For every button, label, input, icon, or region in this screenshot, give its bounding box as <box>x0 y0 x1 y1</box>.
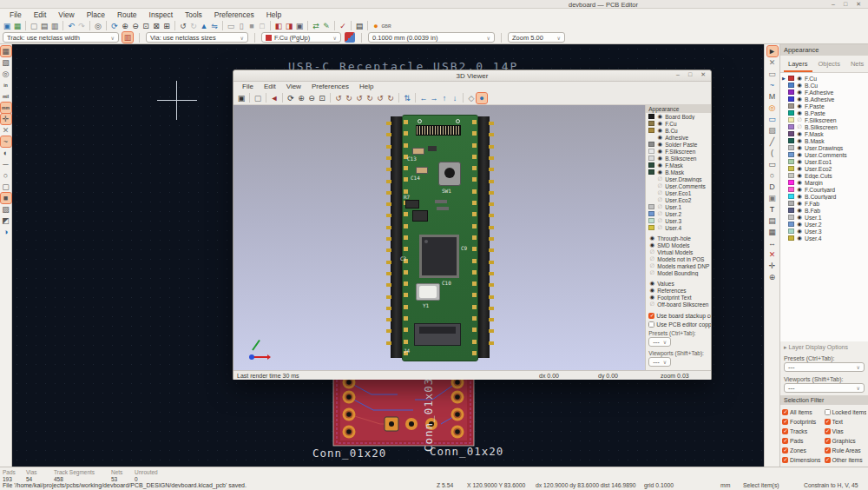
layer-row-footprint-text[interactable]: ◉Footprint Text <box>646 294 711 301</box>
layer-color-swatch[interactable] <box>788 173 794 178</box>
layer-color-swatch[interactable] <box>648 225 654 230</box>
visibility-eye-off-icon[interactable]: ∅ <box>656 203 663 210</box>
visibility-eye-icon[interactable]: ◉ <box>796 96 803 103</box>
units-mm-icon[interactable]: mm <box>1 103 11 113</box>
layer-color-swatch[interactable] <box>788 159 794 164</box>
delete-tool-icon[interactable]: ✕ <box>767 249 778 260</box>
viewer3d-minimize-icon[interactable]: – <box>676 70 680 79</box>
checkbox-pads[interactable]: Pads <box>782 436 825 445</box>
visibility-eye-icon[interactable]: ◉ <box>796 172 803 179</box>
sketch-tracks-icon[interactable]: ─ <box>1 159 11 169</box>
net-highlighting-icon[interactable]: ◐ <box>1 148 11 158</box>
draw-line-icon[interactable]: ╱ <box>767 136 778 147</box>
layer-pair-icon[interactable] <box>345 32 355 43</box>
zoom-in-icon[interactable]: ⊕ <box>296 93 306 103</box>
layer-row-models-marked-dnp[interactable]: ∅Models marked DNP <box>646 262 711 269</box>
layer-row-solder-paste[interactable]: ◉Solder Paste <box>646 141 711 148</box>
layer-row-user-comments[interactable]: ∅User.Comments <box>646 182 711 189</box>
grid-origin-icon[interactable]: ✛ <box>767 261 778 271</box>
visibility-eye-icon[interactable]: ◉ <box>796 75 803 82</box>
viewer3d-canvas[interactable]: C13C14SW1R7C9C3C10Y1J4 <box>233 105 645 370</box>
add-rule-area-icon[interactable]: ▨ <box>767 125 778 136</box>
visibility-eye-off-icon[interactable]: ∅ <box>656 217 663 224</box>
menu-main-view[interactable]: View <box>52 10 80 19</box>
viewer3d-titlebar[interactable]: 3D Viewer – □ ✕ <box>233 70 711 82</box>
visibility-eye-off-icon[interactable]: ∅ <box>656 189 663 196</box>
rotate-y-cw-icon[interactable]: ↻ <box>365 93 375 103</box>
close-icon[interactable]: ✕ <box>856 0 861 9</box>
checkbox-box[interactable] <box>782 457 788 463</box>
auto-track-width-icon[interactable]: ▥ <box>122 32 133 43</box>
layer-color-swatch[interactable] <box>788 215 794 220</box>
checkbox-box[interactable] <box>782 438 788 444</box>
layer-color-swatch[interactable] <box>788 138 794 143</box>
layer-row-user-eco2[interactable]: ◉User.Eco2 <box>780 165 868 172</box>
grid-overrides-icon[interactable]: ▧ <box>1 57 11 68</box>
visibility-eye-icon[interactable]: ◉ <box>796 103 803 109</box>
layer-color-swatch[interactable] <box>648 169 654 175</box>
board-setup-icon[interactable]: ▦ <box>12 21 23 31</box>
orthographic-projection-icon[interactable]: ◇ <box>466 93 477 103</box>
layer-row-b-courtyard[interactable]: ◉B.Courtyard <box>780 193 868 200</box>
checkbox-dimensions[interactable]: Dimensions <box>782 455 825 464</box>
menu-3d-preferences[interactable]: Preferences <box>306 83 354 90</box>
layer-color-swatch[interactable] <box>788 187 794 192</box>
layer-row-margin[interactable]: ◉Margin <box>780 179 868 186</box>
checkbox-box[interactable] <box>782 428 788 434</box>
layer-color-swatch[interactable] <box>648 190 654 195</box>
visibility-eye-icon[interactable]: ◉ <box>656 162 663 169</box>
menu-main-preferences[interactable]: Preferences <box>208 10 260 19</box>
layer-row-virtual-models[interactable]: ∅Virtual Models <box>646 248 711 255</box>
layer-row-user-1[interactable]: ∅User.1 <box>646 203 711 210</box>
pan-down-icon[interactable]: ↓ <box>450 93 460 103</box>
layer-color-swatch[interactable] <box>788 131 794 136</box>
menu-main-inspect[interactable]: Inspect <box>143 10 179 19</box>
layer-row-values[interactable]: ◉Values <box>646 280 711 287</box>
viewer3d-presets-combo[interactable]: ---∨ <box>648 337 671 347</box>
presets-combo[interactable]: ---∨ <box>784 362 865 372</box>
layer-color-swatch[interactable] <box>788 124 794 129</box>
checkbox-vias[interactable]: Vias <box>825 427 867 435</box>
rotate-ccw-icon[interactable]: ↺ <box>178 21 188 31</box>
zoom-objects-icon[interactable]: ⊠ <box>151 21 161 31</box>
layer-color-swatch[interactable] <box>788 180 794 185</box>
checkbox-box[interactable] <box>825 409 831 415</box>
gerber-export-icon[interactable]: GBR <box>381 21 391 31</box>
checkbox-box[interactable] <box>825 457 831 463</box>
active-layer-combo[interactable]: F.Cu (PgUp)∨ <box>261 32 341 43</box>
print-icon[interactable]: ▤ <box>39 21 49 31</box>
layer-row-f-cu[interactable]: ◉F.Cu <box>646 120 711 127</box>
undo-icon[interactable]: ↶ <box>66 21 76 31</box>
zone-outline-mode-icon[interactable]: ▨ <box>1 204 11 215</box>
checkbox-box[interactable] <box>825 447 831 454</box>
visibility-eye-icon[interactable]: ◉ <box>656 113 663 120</box>
schematic-parity-icon[interactable]: ✎ <box>321 21 332 31</box>
visibility-eye-icon[interactable]: ◉ <box>648 294 655 301</box>
flip-board-view-icon[interactable]: ▲ <box>199 21 209 31</box>
layer-color-swatch[interactable] <box>788 166 794 171</box>
drill-origin-icon[interactable]: ⊕ <box>767 272 778 282</box>
layer-row-f-paste[interactable]: ◉F.Paste <box>780 103 868 109</box>
group-icon[interactable]: ▭ <box>226 21 236 31</box>
mirror-icon[interactable]: ⇋ <box>209 21 220 31</box>
layer-row-references[interactable]: ◉References <box>646 287 711 294</box>
visibility-eye-off-icon[interactable]: ∅ <box>656 196 663 203</box>
viewports-combo[interactable]: ---∨ <box>784 383 865 393</box>
layer-row-models-not-in-pos[interactable]: ∅Models not in POS <box>646 255 711 262</box>
footprint-conn-group[interactable]: Conn_01x20 Conn_01x03 Conn_01x20 <box>311 365 502 467</box>
pan-up-icon[interactable]: ↑ <box>439 93 450 103</box>
zoom-combo[interactable]: Zoom 5.00∨ <box>508 32 565 43</box>
viewer3d-close-icon[interactable]: ✕ <box>700 70 706 79</box>
render-current-view-icon[interactable]: ◄ <box>269 93 279 103</box>
add-dimension-icon[interactable]: ↔ <box>767 238 778 248</box>
layer-color-swatch[interactable] <box>648 183 654 189</box>
visibility-eye-off-icon[interactable]: ∅ <box>796 116 803 123</box>
footprint-properties-icon[interactable]: ▣ <box>294 21 305 31</box>
layer-row-f-courtyard[interactable]: ◉F.Courtyard <box>780 186 868 193</box>
visibility-eye-icon[interactable]: ◉ <box>648 235 655 242</box>
layer-row-b-silkscreen[interactable]: ∅B.Silkscreen <box>780 123 868 130</box>
draw-rectangle-icon[interactable]: ▭ <box>767 159 778 169</box>
tab-layers[interactable]: Layers <box>784 58 812 72</box>
footprint-editor-icon[interactable]: ◧ <box>273 21 284 31</box>
tune-length-icon[interactable]: M <box>767 91 778 102</box>
